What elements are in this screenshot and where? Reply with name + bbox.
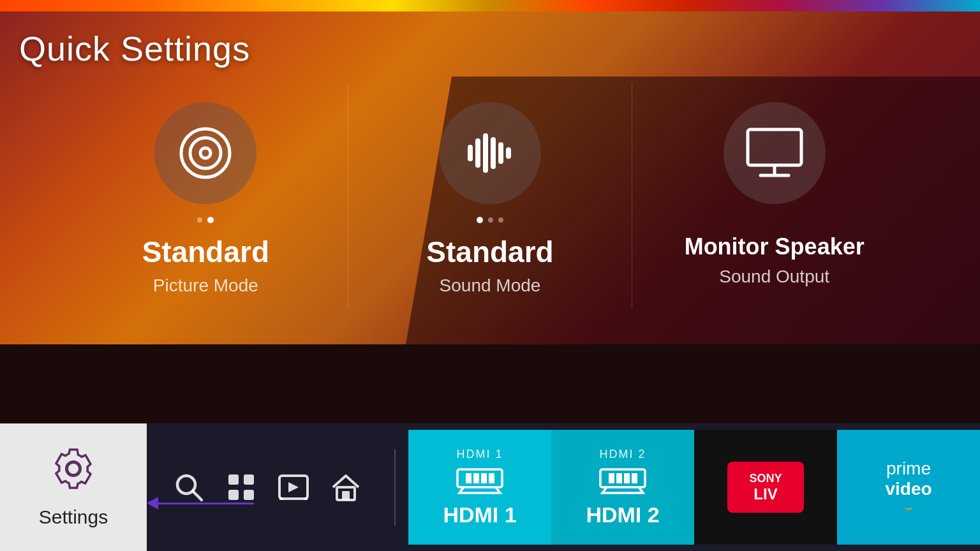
arrow-head: [147, 497, 158, 510]
sound-output-icon-circle: [724, 102, 826, 204]
hdmi1-tile[interactable]: HDMI 1 HDMI 1: [408, 430, 551, 545]
svg-rect-9: [748, 129, 801, 165]
dot-1: [197, 217, 202, 223]
svg-rect-23: [342, 491, 350, 500]
sound-mode-value: Standard: [426, 235, 553, 269]
nav-divider: [394, 449, 396, 525]
picture-mode-icon: [177, 124, 234, 182]
sound-mode-icon: [461, 124, 519, 182]
svg-point-2: [200, 148, 211, 158]
svg-point-0: [181, 129, 230, 177]
hdmi1-top-label: HDMI 1: [456, 448, 503, 461]
prime-video-tile[interactable]: prime video ⌣: [837, 430, 980, 545]
prime-text: prime: [886, 459, 931, 479]
arrow-line: [158, 503, 254, 504]
hdmi1-icon: [454, 466, 505, 497]
sound-output-label: Sound Output: [719, 267, 829, 287]
dot-3: [498, 217, 503, 223]
home-nav-icon[interactable]: [329, 471, 362, 504]
picture-mode-icon-circle: [154, 102, 256, 204]
dot-2: [207, 217, 214, 223]
sound-output-icon: [743, 124, 806, 182]
sound-mode-dots: [477, 217, 503, 223]
dot-1: [477, 217, 483, 223]
hdmi2-bottom-label: HDMI 2: [586, 503, 659, 527]
svg-rect-4: [475, 138, 480, 168]
svg-rect-29: [600, 469, 645, 487]
svg-rect-3: [468, 145, 473, 161]
picture-mode-card[interactable]: Standard Picture Mode: [64, 83, 348, 309]
hdmi2-top-label: HDMI 2: [599, 448, 646, 461]
sony-liv-logo: SONY LIV: [727, 462, 804, 513]
prime-smile-icon: ⌣: [904, 499, 913, 516]
svg-rect-24: [457, 469, 502, 487]
svg-rect-31: [616, 473, 622, 483]
picture-mode-dots: [197, 217, 214, 223]
svg-rect-5: [483, 133, 488, 173]
app-tiles-row: HDMI 1 HDMI 1 HDMI 2: [408, 423, 980, 551]
hdmi2-tile[interactable]: HDMI 2 HDMI 2: [551, 430, 694, 545]
bottom-bar: Settings: [0, 423, 980, 551]
svg-rect-32: [624, 473, 630, 483]
svg-rect-8: [506, 147, 511, 159]
sony-text: SONY: [749, 472, 782, 485]
settings-label: Settings: [39, 506, 108, 528]
prime-video-logo: prime video ⌣: [885, 459, 932, 516]
svg-rect-28: [489, 473, 494, 483]
picture-mode-label: Picture Mode: [153, 276, 258, 296]
svg-rect-27: [481, 473, 487, 483]
svg-marker-19: [288, 482, 299, 492]
svg-point-1: [190, 138, 221, 168]
svg-rect-26: [473, 473, 479, 483]
dot-2: [488, 217, 493, 223]
quick-settings-cards: Standard Picture Mode Standard Sound Mod…: [0, 83, 980, 309]
settings-panel[interactable]: Settings: [0, 423, 147, 551]
liv-text: LIV: [754, 485, 777, 503]
hdmi1-bottom-label: HDMI 1: [443, 503, 516, 527]
picture-mode-value: Standard: [142, 235, 269, 269]
sound-output-card[interactable]: Monitor Speaker Sound Output: [632, 83, 916, 300]
sony-liv-tile[interactable]: SONY LIV: [694, 430, 837, 545]
svg-rect-33: [632, 473, 637, 483]
prime-video-text: video: [885, 479, 932, 499]
input-nav-icon[interactable]: [277, 471, 310, 504]
svg-rect-25: [466, 473, 471, 483]
arrow-annotation: [147, 497, 254, 510]
sound-mode-icon-circle: [439, 102, 541, 204]
page-title: Quick Settings: [19, 29, 250, 68]
svg-rect-6: [491, 137, 496, 169]
gear-icon: [51, 446, 96, 497]
sound-mode-card[interactable]: Standard Sound Mode: [348, 83, 633, 309]
svg-rect-15: [244, 474, 254, 485]
sound-output-value: Monitor Speaker: [685, 233, 865, 260]
sound-mode-label: Sound Mode: [440, 276, 541, 296]
svg-rect-7: [498, 142, 503, 164]
top-color-stripe: [0, 0, 980, 11]
svg-rect-30: [609, 473, 614, 483]
svg-rect-14: [228, 474, 239, 485]
hdmi2-icon: [597, 466, 648, 497]
